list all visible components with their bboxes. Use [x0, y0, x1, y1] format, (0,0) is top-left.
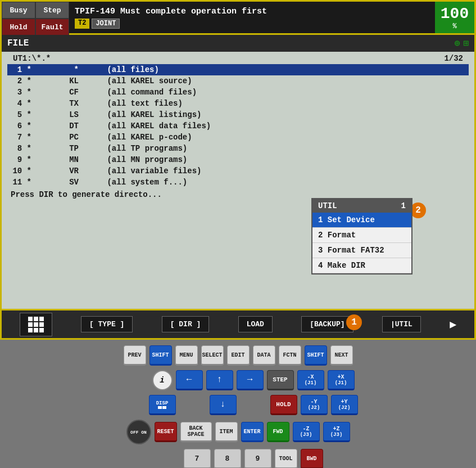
toolbar-next-arrow[interactable]: ▶ — [450, 317, 456, 331]
file-path: UT1:\*.* — [13, 54, 51, 63]
dropdown-item-format[interactable]: 2 Format — [312, 228, 411, 243]
key-select[interactable]: SELECT — [201, 345, 224, 366]
row-num: 11 * — [12, 178, 31, 187]
row-content: CF (all command files) — [31, 88, 464, 97]
key-plus-z[interactable]: +Z(J3) — [323, 422, 350, 442]
key-data[interactable]: DATA — [253, 345, 275, 366]
key-bwd[interactable]: BWD — [301, 449, 323, 468]
key-tool[interactable]: TOOL — [275, 449, 297, 468]
grid-icon[interactable]: ⊞ — [463, 38, 469, 49]
badge-1: 1 — [346, 314, 362, 330]
key-plus-y[interactable]: +Y(J2) — [331, 395, 358, 415]
key-hold[interactable]: HOLD — [270, 395, 297, 415]
key-info[interactable]: i — [152, 370, 173, 390]
row-content: LS (all KAREL listings) — [31, 110, 464, 119]
key-minus-y[interactable]: -Y(J2) — [301, 395, 328, 415]
dropdown-item-set-device[interactable]: 1 Set Device — [312, 213, 411, 228]
key-step[interactable]: STEP — [267, 370, 294, 390]
key-9[interactable]: 9 — [244, 449, 271, 468]
table-row[interactable]: 1 * * (all files) — [7, 64, 469, 75]
row-num: 4 * — [12, 99, 31, 108]
key-fctn[interactable]: FCTN — [279, 345, 301, 366]
dropdown-title: UTIL 1 — [312, 199, 411, 213]
row-num: 10 * — [12, 166, 31, 176]
keyboard-row-5: 7 8 9 TOOL BWD — [153, 449, 323, 468]
table-row[interactable]: 7 * PC (all KAREL p-code) — [7, 132, 469, 143]
file-title: FILE — [7, 38, 29, 48]
table-row[interactable]: 8 * TP (all TP programs) — [7, 143, 469, 154]
toolbar-grid-button[interactable] — [20, 313, 52, 336]
file-header: FILE ⊕ ⊞ — [2, 35, 474, 52]
row-content: TX (all text files) — [31, 99, 464, 108]
toolbar-dir-button[interactable]: [ DIR ] — [162, 316, 210, 332]
key-menu[interactable]: MENU — [175, 345, 198, 366]
row-num: 1 * — [12, 65, 31, 74]
row-num: 2 * — [12, 76, 31, 86]
step-button[interactable]: Step — [35, 2, 69, 19]
key-fwd[interactable]: FWD — [267, 422, 289, 442]
key-shift-right[interactable]: SHIFT — [305, 345, 327, 366]
key-shift-left[interactable]: SHIFT — [149, 345, 172, 366]
key-minus-x[interactable]: -X(J1) — [297, 370, 324, 390]
key-left[interactable]: ← — [176, 370, 203, 390]
keyboard-row-4: OFF ON RESET BACK SPACE ITEM ENTER FWD -… — [126, 420, 350, 444]
busy-button[interactable]: Busy — [2, 2, 35, 19]
key-backspace[interactable]: BACK SPACE — [180, 422, 212, 442]
row-num: 9 * — [12, 155, 31, 164]
top-message: TPIF-149 Must complete operation first T… — [69, 2, 435, 33]
table-row[interactable]: 4 * TX (all text files) — [7, 98, 469, 109]
table-row[interactable]: 11 * SV (all system f...) — [7, 177, 469, 188]
row-content: VR (all variable files) — [31, 166, 464, 176]
fault-button[interactable]: Fault — [35, 19, 69, 35]
key-up[interactable]: ↑ — [206, 370, 233, 390]
row-content: TP (all TP programs) — [31, 144, 464, 153]
table-row[interactable]: 3 * CF (all command files) — [7, 87, 469, 98]
top-percent: 100 % — [435, 2, 474, 33]
toolbar-backup-button[interactable]: [BACKUP] — [301, 316, 353, 332]
dropdown-item-format-fat32[interactable]: 3 Format FAT32 — [312, 243, 411, 258]
dropdown-menu: UTIL 1 1 Set Device 2 Format 3 Format FA… — [311, 198, 412, 274]
key-next[interactable]: NEXT — [330, 345, 353, 366]
percent-sign: % — [452, 22, 456, 30]
keyboard-area: PREV SHIFT MENU SELECT EDIT DATA FCTN SH… — [0, 340, 476, 468]
row-num: 7 * — [12, 133, 31, 142]
table-row[interactable]: 2 * KL (all KAREL source) — [7, 75, 469, 87]
tag-joint: JOINT — [92, 19, 120, 29]
hold-button[interactable]: Hold — [2, 19, 35, 35]
key-minus-z[interactable]: -Z(J3) — [293, 422, 320, 442]
status-buttons: Busy Step Hold Fault Run I/O Prod TCyc — [2, 2, 69, 33]
key-edit[interactable]: EDIT — [227, 345, 250, 366]
key-prev[interactable]: PREV — [124, 345, 146, 366]
toolbar-util-button[interactable]: |UTIL — [382, 316, 421, 332]
key-disp[interactable]: DISP — [149, 395, 176, 415]
keyboard-row-3: DISP ↓ HOLD -Y(J2) +Y(J2) — [119, 395, 358, 415]
row-content: PC (all KAREL p-code) — [31, 133, 464, 142]
main-screen: FILE ⊕ ⊞ UT1:\*.* 1/32 1 * * (all files)… — [0, 35, 476, 310]
table-row[interactable]: 9 * MN (all MN programs) — [7, 154, 469, 165]
file-count: 1/32 — [444, 54, 463, 63]
table-row[interactable]: 5 * LS (all KAREL listings) — [7, 109, 469, 120]
toolbar-type-button[interactable]: [ TYPE ] — [81, 316, 133, 332]
top-tags: T2 JOINT — [75, 19, 429, 29]
key-reset[interactable]: RESET — [155, 422, 177, 442]
key-down[interactable]: ↓ — [210, 395, 237, 415]
add-icon[interactable]: ⊕ — [455, 38, 460, 49]
key-right[interactable]: → — [237, 370, 264, 390]
dropdown-item-make-dir[interactable]: 4 Make DIR — [312, 258, 411, 273]
toolbar-load-button[interactable]: LOAD — [238, 316, 273, 332]
row-content: SV (all system f...) — [31, 178, 464, 187]
key-8[interactable]: 8 — [214, 449, 241, 468]
row-content: MN (all MN programs) — [31, 155, 464, 164]
alarm-text: TPIF-149 Must complete operation first — [75, 7, 429, 16]
key-off-on[interactable]: OFF ON — [126, 420, 151, 444]
table-row[interactable]: 6 * DT (all KAREL data files) — [7, 120, 469, 132]
row-num: 6 * — [12, 122, 31, 130]
key-item[interactable]: ITEM — [215, 422, 238, 442]
top-status-bar: Busy Step Hold Fault Run I/O Prod TCyc T… — [0, 0, 476, 35]
key-plus-x[interactable]: +X(J1) — [328, 370, 355, 390]
table-row[interactable]: 10 * VR (all variable files) — [7, 165, 469, 177]
key-enter[interactable]: ENTER — [241, 422, 264, 442]
tag-t2: T2 — [75, 19, 89, 29]
dropdown-title-text: UTIL — [318, 201, 337, 210]
key-7[interactable]: 7 — [184, 449, 211, 468]
